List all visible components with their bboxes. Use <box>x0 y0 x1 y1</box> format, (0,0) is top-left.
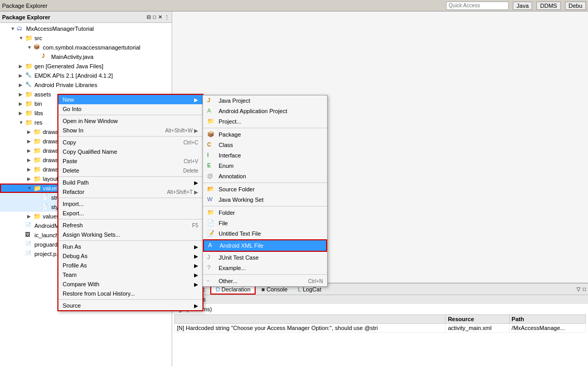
sub-menu-item-other[interactable]: ▫ Other... Ctrl+N <box>203 276 327 286</box>
delete-shortcut: Delete <box>183 168 198 174</box>
build-path-label: Build Path <box>63 179 89 186</box>
build-path-arrow: ▶ <box>194 180 198 186</box>
other-shortcut: Ctrl+N <box>308 278 323 284</box>
context-menu-item-copy[interactable]: Copy Ctrl+C <box>58 138 202 147</box>
sub-menu-item-java-project[interactable]: J Java Project <box>203 95 327 106</box>
sub-menu-item-class[interactable]: C Class <box>203 140 327 150</box>
show-in-shortcut: Alt+Shift+W ▶ <box>165 128 198 133</box>
new-arrow-icon: ▶ <box>194 97 198 103</box>
context-menu-item-debug-as[interactable]: Debug As ▶ <box>58 251 202 261</box>
context-menu-item-paste[interactable]: Paste Ctrl+V <box>58 156 202 166</box>
context-menu-item-new[interactable]: New ▶ J Java Project A Android Applicati… <box>58 95 202 104</box>
sub-menu-label: Example... <box>219 265 246 271</box>
context-menu-item-copy-qualified[interactable]: Copy Qualified Name <box>58 147 202 156</box>
context-menu-item-refactor[interactable]: Refactor Alt+Shift+T ▶ <box>58 187 202 197</box>
package-icon: 📦 <box>207 131 217 138</box>
sub-menu-item-android-app-project[interactable]: A Android Application Project <box>203 106 327 116</box>
context-menu-item-open-new-window[interactable]: Open in New Window <box>58 116 202 126</box>
sub-menu-sep2 <box>203 182 327 183</box>
context-menu: New ▶ J Java Project A Android Applicati… <box>57 94 203 311</box>
sub-menu-item-interface[interactable]: I Interface <box>203 150 327 161</box>
sub-menu-sep4 <box>203 274 327 275</box>
new-menu-label: New <box>63 96 74 103</box>
import-label: Import... <box>63 201 83 207</box>
sub-menu-item-package[interactable]: 📦 Package <box>203 129 327 140</box>
context-menu-overlay: New ▶ J Java Project A Android Applicati… <box>0 0 588 366</box>
context-menu-item-go-into[interactable]: Go Into <box>58 104 202 114</box>
sub-menu-item-annotation[interactable]: @ Annotation <box>203 171 327 181</box>
context-menu-sep7 <box>58 299 202 300</box>
context-menu-item-assign-working-sets[interactable]: Assign Working Sets... <box>58 230 202 239</box>
android-xml-icon: A <box>208 242 218 249</box>
sub-menu-item-example[interactable]: ? Example... <box>203 263 327 273</box>
context-menu-item-source[interactable]: Source ▶ <box>58 301 202 310</box>
context-menu-item-delete[interactable]: Delete Delete <box>58 166 202 175</box>
sub-menu-label: JUnit Test Case <box>219 254 259 261</box>
assign-working-sets-label: Assign Working Sets... <box>63 231 120 238</box>
context-menu-item-run-as[interactable]: Run As ▶ <box>58 242 202 251</box>
example-icon: ? <box>207 264 217 272</box>
run-as-label: Run As <box>63 243 81 250</box>
sub-menu-label: Android Application Project <box>219 108 287 114</box>
context-menu-sep5 <box>58 219 202 219</box>
context-menu-item-build-path[interactable]: Build Path ▶ <box>58 178 202 187</box>
compare-with-label: Compare With <box>63 281 99 287</box>
profile-as-arrow: ▶ <box>194 263 198 269</box>
sub-menu-label: Annotation <box>219 173 246 179</box>
context-menu-item-import[interactable]: Import... <box>58 199 202 209</box>
sub-menu-item-project[interactable]: 📁 Project... <box>203 116 327 127</box>
context-menu-item-refresh[interactable]: Refresh F5 <box>58 221 202 230</box>
restore-local-label: Restore from Local History... <box>63 290 135 297</box>
sub-menu-label: Class <box>219 142 233 148</box>
sub-menu-item-file[interactable]: 📄 File <box>203 218 327 228</box>
sub-menu-item-java-working-set[interactable]: W Java Working Set <box>203 194 327 205</box>
context-menu-sep2 <box>58 136 202 137</box>
sub-menu-label: Other... <box>219 278 237 284</box>
interface-icon: I <box>207 152 217 159</box>
enum-icon: E <box>207 162 217 169</box>
sub-menu-label: Interface <box>219 152 241 158</box>
context-menu-sep6 <box>58 240 202 241</box>
context-menu-item-profile-as[interactable]: Profile As ▶ <box>58 261 202 270</box>
other-icon: ▫ <box>207 277 217 285</box>
source-folder-icon: 📂 <box>207 186 217 193</box>
sub-menu-item-android-xml[interactable]: A Android XML File <box>203 239 327 252</box>
team-label: Team <box>63 272 77 278</box>
project-icon: 📁 <box>207 118 217 125</box>
export-label: Export... <box>63 210 84 216</box>
sub-menu-item-folder[interactable]: 📁 Folder <box>203 208 327 218</box>
context-menu-item-restore-local[interactable]: Restore from Local History... <box>58 289 202 298</box>
team-arrow: ▶ <box>194 272 198 278</box>
junit-icon: J <box>207 254 217 261</box>
sub-menu-label: Android XML File <box>220 242 263 249</box>
refresh-label: Refresh <box>63 222 83 228</box>
refactor-label: Refactor <box>63 189 85 195</box>
folder-icon: 📁 <box>207 209 217 216</box>
untitled-text-icon: 📝 <box>207 230 217 237</box>
paste-label: Paste <box>63 158 77 164</box>
sub-menu-new: J Java Project A Android Application Pro… <box>202 95 328 287</box>
sub-menu-item-enum[interactable]: E Enum <box>203 161 327 171</box>
copy-label: Copy <box>63 139 76 145</box>
debug-as-label: Debug As <box>63 253 88 259</box>
copy-qualified-label: Copy Qualified Name <box>63 149 117 155</box>
working-set-icon: W <box>207 196 217 203</box>
context-menu-item-compare-with[interactable]: Compare With ▶ <box>58 279 202 289</box>
context-menu-sep1 <box>58 115 202 115</box>
context-menu-item-show-in[interactable]: Show In Alt+Shift+W ▶ <box>58 126 202 135</box>
context-menu-item-export[interactable]: Export... <box>58 209 202 218</box>
context-menu-item-team[interactable]: Team ▶ <box>58 270 202 279</box>
annotation-icon: @ <box>207 173 217 180</box>
sub-menu-label: Java Project <box>219 97 250 104</box>
source-arrow: ▶ <box>194 303 198 309</box>
sub-menu-label: Package <box>219 131 241 138</box>
sub-menu-item-untitled-text[interactable]: 📝 Untitled Text File <box>203 228 327 239</box>
refresh-shortcut: F5 <box>192 223 198 228</box>
sub-menu-item-junit[interactable]: J JUnit Test Case <box>203 252 327 263</box>
debug-as-arrow: ▶ <box>194 253 198 259</box>
sub-menu-item-source-folder[interactable]: 📂 Source Folder <box>203 184 327 194</box>
context-menu-sep3 <box>58 176 202 177</box>
sub-menu-label: Enum <box>219 163 234 169</box>
sub-menu-label: Folder <box>219 210 235 216</box>
compare-with-arrow: ▶ <box>194 282 198 287</box>
